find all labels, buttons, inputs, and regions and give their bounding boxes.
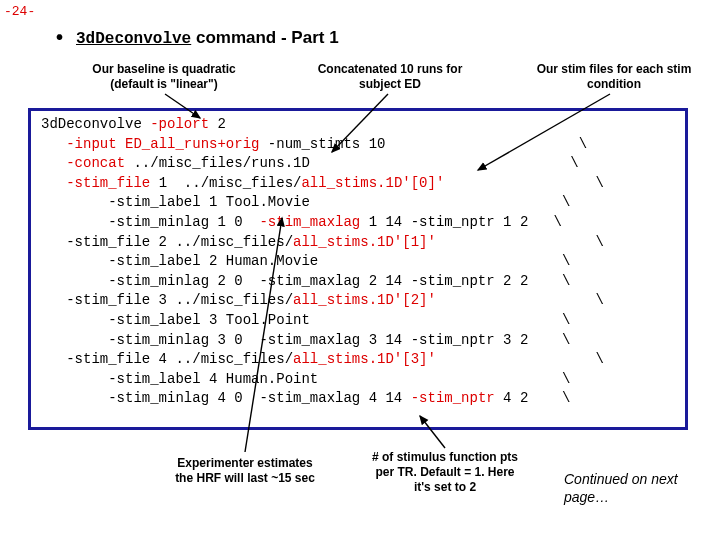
annotation-concat: Concatenated 10 runs for subject ED — [300, 62, 480, 92]
slide-title: 3dDeconvolve command - Part 1 — [76, 28, 339, 48]
annotation-stimfiles: Our stim files for each stim condition — [524, 62, 704, 92]
title-rest: command - Part 1 — [191, 28, 338, 47]
bullet: • — [56, 26, 63, 49]
annotation-experimenter: Experimenter estimates the HRF will last… — [170, 456, 320, 486]
code-block: 3dDeconvolve -polort 2 -input ED_all_run… — [41, 115, 675, 409]
annotation-baseline: Our baseline is quadratic (default is "l… — [74, 62, 254, 92]
annotation-nptr: # of stimulus function pts per TR. Defau… — [370, 450, 520, 495]
title-command: 3dDeconvolve — [76, 30, 191, 48]
page-number: -24- — [4, 4, 35, 19]
code-box: 3dDeconvolve -polort 2 -input ED_all_run… — [28, 108, 688, 430]
continued-note: Continued on next page… — [564, 470, 704, 506]
